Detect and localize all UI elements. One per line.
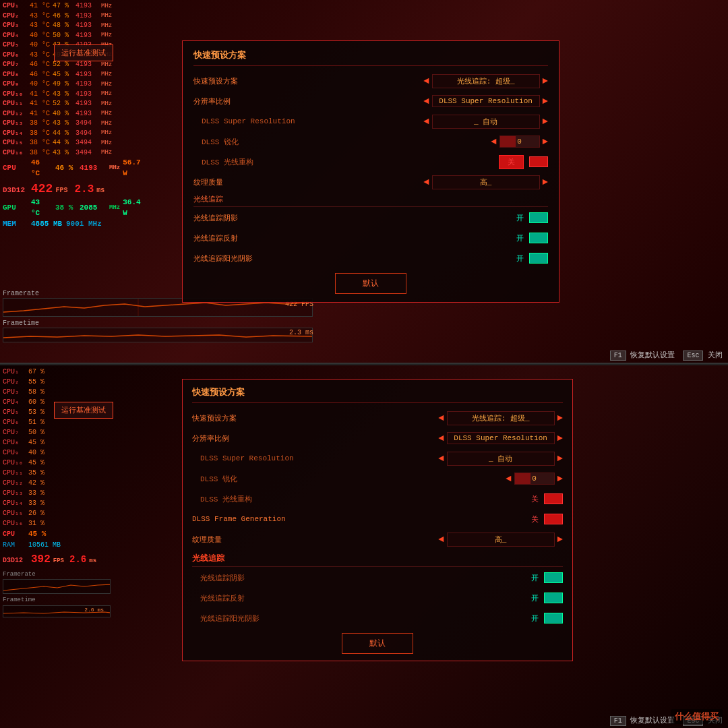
- b-dlss-fg-label: 关: [531, 514, 539, 524]
- settings-row-b-dlss-sharp: DLSS 锐化 ◄ 0 ►: [192, 471, 563, 487]
- settings-row-b-rt-reflection: 光线追踪反射 开: [192, 590, 563, 606]
- dlss-sr-next-btn[interactable]: ►: [543, 116, 548, 127]
- cpu-core-7: CPU₇ 46 °C 52 % 4193 MHz: [3, 60, 132, 70]
- frametime-section-top: Frametime 2.3 ms: [0, 320, 324, 342]
- b-raytracing-section-label: 光线追踪: [192, 553, 563, 567]
- cpu-core-b-14: CPU₁₄ 33 %: [3, 498, 105, 508]
- b-preset-value: 光线追踪: 超级_: [447, 411, 555, 425]
- cpu-core-b-2: CPU₂ 55 %: [3, 377, 105, 387]
- b-dlss-sr-value: _ 自动: [447, 452, 555, 466]
- b-preset-prev-btn[interactable]: ◄: [438, 413, 444, 423]
- settings-row-rt-sun-shadow: 光线追踪阳光阴影 开: [193, 250, 548, 266]
- default-btn-top[interactable]: 默认: [335, 273, 406, 294]
- dlss-reconstruct-indicator: [529, 156, 548, 167]
- settings-title-top: 快速预设方案: [193, 49, 548, 66]
- preset-next-btn[interactable]: ►: [543, 75, 548, 86]
- cpu-core-b-7: CPU₇ 50 %: [3, 427, 105, 437]
- mem-row-top: MEM 4885 MB 9001 MHz: [3, 219, 132, 230]
- dlss-reconstruct-toggle[interactable]: 关: [499, 155, 524, 169]
- b-rt-sun-shadow-toggle[interactable]: [544, 613, 563, 624]
- rt-reflection-on-label: 开: [516, 233, 524, 243]
- raytracing-section-label: 光线追踪: [193, 194, 548, 207]
- b-dlss-reconstruct-toggle[interactable]: [544, 493, 563, 504]
- settings-row-b-rt-shadow: 光线追踪阴影 开: [192, 570, 563, 586]
- cpu-core-b-3: CPU₃ 58 %: [3, 387, 105, 397]
- dlss-sharp-next-btn[interactable]: ►: [543, 136, 548, 147]
- rt-sun-shadow-on-label: 开: [516, 253, 524, 264]
- default-btn-bottom[interactable]: 默认: [342, 633, 413, 654]
- cpu-stats-top: CPU₁ 41 °C 47 % 4193 MHz CPU₂ 43 °C 46 %…: [0, 0, 135, 231]
- texture-prev-btn[interactable]: ◄: [423, 177, 429, 187]
- run-benchmark-btn-top[interactable]: 运行基准测试: [54, 44, 113, 61]
- cpu-core-b-10: CPU₁₀ 45 %: [3, 458, 105, 468]
- b-dlss-sharp-prev-btn[interactable]: ◄: [506, 473, 511, 484]
- cpu-core-4: CPU₄ 40 °C 50 % 4193 MHz: [3, 31, 132, 41]
- settings-row-b-preset: 快速预设方案 ◄ 光线追踪: 超级_ ►: [192, 410, 563, 426]
- b-preset-next-btn[interactable]: ►: [557, 413, 563, 423]
- b-dlss-sr-next-btn[interactable]: ►: [557, 453, 563, 464]
- b-dlss-sr-prev-btn[interactable]: ◄: [438, 453, 444, 464]
- preset-prev-btn[interactable]: ◄: [423, 75, 429, 86]
- cpu-core-2: CPU₂ 43 °C 46 % 4193 MHz: [3, 11, 132, 22]
- dlss-sharp-prev-btn[interactable]: ◄: [491, 136, 496, 147]
- cpu-core-b-12: CPU₁₂ 42 %: [3, 478, 105, 488]
- bottom-half: CPU₁ 67 % CPU₂ 55 % CPU₃ 58 % CPU₄ 60 % …: [0, 365, 728, 728]
- settings-row-resolution: 分辨率比例 ◄ DLSS Super Resolution ►: [193, 93, 548, 109]
- resolution-prev-btn[interactable]: ◄: [423, 96, 429, 107]
- resolution-value: DLSS Super Resolution: [432, 95, 540, 107]
- settings-row-rt-reflection: 光线追踪反射 开: [193, 230, 548, 246]
- settings-row-b-texture: 纹理质量 ◄ 高_ ►: [192, 531, 563, 547]
- b-resolution-prev-btn[interactable]: ◄: [438, 433, 444, 444]
- rt-shadow-on-label: 开: [516, 213, 524, 223]
- top-half: CPU₁ 41 °C 47 % 4193 MHz CPU₂ 43 °C 46 %…: [0, 0, 728, 364]
- settings-row-rt-shadow: 光线追踪阴影 开: [193, 210, 548, 226]
- cpu-core-9: CPU₉ 40 °C 49 % 4193 MHz: [3, 80, 132, 90]
- texture-value: 高_: [432, 175, 540, 189]
- rt-sun-shadow-toggle[interactable]: [529, 253, 548, 264]
- b-dlss-sharp-value: 0: [514, 473, 555, 485]
- rt-reflection-toggle[interactable]: [529, 233, 548, 243]
- settings-panel-bottom: 快速预设方案 快速预设方案 ◄ 光线追踪: 超级_ ► 分辨率比例 ◄ DLSS…: [182, 379, 573, 661]
- frametime-value-b: 2.6 ms: [84, 606, 104, 614]
- dlss-sr-prev-btn[interactable]: ◄: [423, 116, 429, 127]
- settings-row-dlss-sharp: DLSS 锐化 ◄ 0 ►: [193, 133, 548, 150]
- d3d12-row-bottom: D3D12 392 FPS 2.6 ms: [3, 551, 105, 568]
- cpu-core-13: CPU₁₃ 38 °C 43 % 3494 MHz: [3, 119, 132, 129]
- cpu-core-b-1: CPU₁ 67 %: [3, 367, 105, 377]
- b-texture-prev-btn[interactable]: ◄: [438, 534, 444, 545]
- b-texture-value: 高_: [447, 533, 555, 547]
- frametime-label-b: Frametime: [3, 596, 105, 605]
- texture-next-btn[interactable]: ►: [543, 177, 548, 187]
- b-rt-reflection-toggle[interactable]: [544, 593, 563, 603]
- run-benchmark-btn-bottom[interactable]: 运行基准测试: [54, 402, 113, 419]
- gpu-row-top: GPU 43 °C 38 % 2085 MHz 36.4 W: [3, 198, 132, 219]
- frametime-value-top: 2.3 ms: [289, 329, 313, 336]
- resolution-next-btn[interactable]: ►: [543, 96, 548, 107]
- b-rt-shadow-label: 开: [531, 573, 539, 583]
- settings-title-bottom: 快速预设方案: [192, 386, 563, 403]
- b-dlss-fg-toggle[interactable]: [544, 514, 563, 524]
- watermark: 什么值得买: [671, 709, 723, 724]
- d3d12-row-top: D3D12 422 FPS 2.3 ms: [3, 180, 132, 198]
- settings-panel-top: 快速预设方案 快速预设方案 ◄ 光线追踪: 超级_ ► 分辨率比例 ◄ DLSS…: [182, 40, 559, 303]
- b-rt-sun-shadow-label: 开: [531, 613, 539, 624]
- b-texture-next-btn[interactable]: ►: [557, 534, 563, 545]
- cpu-core-10: CPU₁₀ 41 °C 43 % 4193 MHz: [3, 90, 132, 100]
- framerate-label-b: Framerate: [3, 570, 105, 580]
- b-resolution-next-btn[interactable]: ►: [557, 433, 563, 444]
- preset-value: 光线追踪: 超级_: [432, 74, 540, 88]
- settings-row-b-resolution: 分辨率比例 ◄ DLSS Super Resolution ►: [192, 430, 563, 446]
- cpu-core-11: CPU₁₁ 41 °C 52 % 4193 MHz: [3, 99, 132, 109]
- b-dlss-sharp-next-btn[interactable]: ►: [557, 473, 563, 484]
- bottom-bar-top: F1 恢复默认设置 Esc 关闭: [605, 347, 728, 363]
- settings-row-texture: 纹理质量 ◄ 高_ ►: [193, 174, 548, 190]
- cpu-total: CPU 46 °C 46 % 4193 MHz 56.7 W: [3, 158, 132, 179]
- ram-row-b: RAM 10561 MB: [3, 540, 105, 550]
- b-rt-reflection-label: 开: [531, 593, 539, 603]
- cpu-core-1: CPU₁ 41 °C 47 % 4193 MHz: [3, 1, 132, 11]
- settings-row-dlss-reconstruct: DLSS 光线重构 关: [193, 154, 548, 170]
- settings-row-b-rt-sun-shadow: 光线追踪阳光阴影 开: [192, 610, 563, 626]
- settings-row-b-dlss-reconstruct: DLSS 光线重构 关: [192, 491, 563, 507]
- rt-shadow-toggle[interactable]: [529, 212, 548, 223]
- b-rt-shadow-toggle[interactable]: [544, 572, 563, 583]
